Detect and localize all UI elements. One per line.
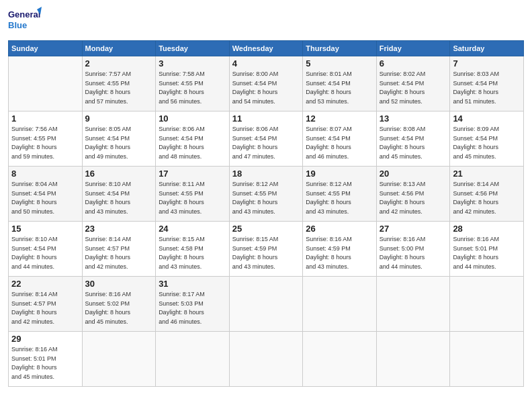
day-info: Sunrise: 8:06 AMSunset: 4:54 PMDaylight:…	[232, 125, 300, 161]
day-number: 20	[380, 169, 447, 179]
weekday-header: Wednesday	[229, 41, 303, 56]
day-info: Sunrise: 8:11 AMSunset: 4:55 PMDaylight:…	[159, 180, 226, 216]
calendar-week-row: 2Sunrise: 7:57 AMSunset: 4:55 PMDaylight…	[9, 56, 524, 111]
header: General Blue	[8, 7, 524, 35]
calendar-cell	[376, 277, 450, 332]
calendar-cell	[450, 332, 524, 387]
calendar-cell: 25Sunrise: 8:15 AMSunset: 4:59 PMDayligh…	[229, 222, 303, 277]
day-info: Sunrise: 8:13 AMSunset: 4:56 PMDaylight:…	[380, 180, 447, 216]
day-number: 12	[306, 113, 373, 124]
calendar-cell: 14Sunrise: 8:09 AMSunset: 4:54 PMDayligh…	[450, 111, 524, 167]
day-number: 30	[85, 279, 153, 289]
day-info: Sunrise: 8:14 AMSunset: 4:56 PMDaylight:…	[453, 180, 521, 216]
calendar-week-row: 8Sunrise: 8:04 AMSunset: 4:54 PMDaylight…	[9, 167, 524, 222]
day-info: Sunrise: 8:15 AMSunset: 4:59 PMDaylight:…	[232, 235, 300, 271]
calendar-cell: 20Sunrise: 8:13 AMSunset: 4:56 PMDayligh…	[376, 167, 450, 222]
calendar-cell: 30Sunrise: 8:16 AMSunset: 5:02 PMDayligh…	[82, 277, 156, 332]
day-number: 4	[232, 58, 300, 68]
weekday-header: Sunday	[9, 41, 83, 56]
logo: General Blue	[8, 7, 42, 35]
svg-text:Blue: Blue	[8, 20, 27, 30]
day-info: Sunrise: 8:05 AMSunset: 4:54 PMDaylight:…	[85, 125, 153, 161]
day-number: 16	[85, 169, 153, 179]
day-info: Sunrise: 8:04 AMSunset: 4:54 PMDaylight:…	[11, 180, 79, 216]
day-info: Sunrise: 8:00 AMSunset: 4:54 PMDaylight:…	[232, 70, 300, 106]
day-number: 17	[159, 169, 226, 179]
day-number: 31	[159, 279, 226, 289]
calendar-cell: 10Sunrise: 8:06 AMSunset: 4:54 PMDayligh…	[156, 111, 230, 167]
calendar-cell: 28Sunrise: 8:16 AMSunset: 5:01 PMDayligh…	[450, 222, 524, 277]
weekday-header: Saturday	[450, 41, 524, 56]
day-info: Sunrise: 8:12 AMSunset: 4:55 PMDaylight:…	[232, 180, 300, 216]
day-info: Sunrise: 8:03 AMSunset: 4:54 PMDaylight:…	[453, 70, 521, 106]
day-number: 19	[306, 169, 373, 179]
calendar-table: SundayMondayTuesdayWednesdayThursdayFrid…	[8, 40, 524, 387]
calendar-cell: 4Sunrise: 8:00 AMSunset: 4:54 PMDaylight…	[229, 56, 303, 111]
day-info: Sunrise: 8:14 AMSunset: 4:57 PMDaylight:…	[11, 290, 79, 326]
calendar-cell: 16Sunrise: 8:10 AMSunset: 4:54 PMDayligh…	[82, 167, 156, 222]
day-number: 8	[11, 169, 79, 179]
day-number: 9	[85, 113, 153, 124]
calendar-cell: 31Sunrise: 8:17 AMSunset: 5:03 PMDayligh…	[156, 277, 230, 332]
calendar-cell: 17Sunrise: 8:11 AMSunset: 4:55 PMDayligh…	[156, 167, 230, 222]
day-info: Sunrise: 8:07 AMSunset: 4:54 PMDaylight:…	[306, 125, 373, 161]
day-number: 1	[11, 113, 79, 124]
day-number: 14	[453, 113, 521, 124]
calendar-cell	[156, 332, 230, 387]
calendar-cell	[303, 277, 377, 332]
day-number: 13	[380, 113, 447, 124]
calendar-cell: 21Sunrise: 8:14 AMSunset: 4:56 PMDayligh…	[450, 167, 524, 222]
calendar-cell: 9Sunrise: 8:05 AMSunset: 4:54 PMDaylight…	[82, 111, 156, 167]
day-info: Sunrise: 8:02 AMSunset: 4:54 PMDaylight:…	[380, 70, 447, 106]
calendar-cell	[9, 56, 83, 111]
day-info: Sunrise: 8:16 AMSunset: 5:02 PMDaylight:…	[85, 290, 153, 326]
day-info: Sunrise: 8:09 AMSunset: 4:54 PMDaylight:…	[453, 125, 521, 161]
day-number: 5	[306, 58, 373, 68]
calendar-cell	[229, 277, 303, 332]
day-number: 26	[306, 224, 373, 234]
day-info: Sunrise: 8:16 AMSunset: 5:00 PMDaylight:…	[380, 235, 447, 271]
calendar-cell	[229, 332, 303, 387]
calendar-cell: 5Sunrise: 8:01 AMSunset: 4:54 PMDaylight…	[303, 56, 377, 111]
day-number: 25	[232, 224, 300, 234]
page-container: General Blue SundayMondayTuesdayWednesda…	[0, 0, 532, 394]
day-info: Sunrise: 8:08 AMSunset: 4:54 PMDaylight:…	[380, 125, 447, 161]
calendar-cell: 23Sunrise: 8:14 AMSunset: 4:57 PMDayligh…	[82, 222, 156, 277]
day-info: Sunrise: 8:16 AMSunset: 5:01 PMDaylight:…	[453, 235, 521, 271]
calendar-body: 2Sunrise: 7:57 AMSunset: 4:55 PMDaylight…	[9, 56, 524, 387]
calendar-cell: 1Sunrise: 7:56 AMSunset: 4:55 PMDaylight…	[9, 111, 83, 167]
day-number: 27	[380, 224, 447, 234]
day-info: Sunrise: 8:14 AMSunset: 4:57 PMDaylight:…	[85, 235, 153, 271]
day-info: Sunrise: 8:10 AMSunset: 4:54 PMDaylight:…	[11, 235, 79, 271]
calendar-cell: 6Sunrise: 8:02 AMSunset: 4:54 PMDaylight…	[376, 56, 450, 111]
day-number: 7	[453, 58, 521, 68]
svg-text:General: General	[8, 9, 40, 19]
calendar-week-row: 1Sunrise: 7:56 AMSunset: 4:55 PMDaylight…	[9, 111, 524, 167]
calendar-cell	[450, 277, 524, 332]
calendar-cell: 19Sunrise: 8:12 AMSunset: 4:55 PMDayligh…	[303, 167, 377, 222]
day-number: 21	[453, 169, 521, 179]
day-number: 28	[453, 224, 521, 234]
calendar-cell: 15Sunrise: 8:10 AMSunset: 4:54 PMDayligh…	[9, 222, 83, 277]
calendar-cell: 18Sunrise: 8:12 AMSunset: 4:55 PMDayligh…	[229, 167, 303, 222]
day-info: Sunrise: 7:58 AMSunset: 4:55 PMDaylight:…	[159, 70, 226, 106]
day-number: 6	[380, 58, 447, 68]
calendar-cell: 26Sunrise: 8:16 AMSunset: 4:59 PMDayligh…	[303, 222, 377, 277]
calendar-cell: 12Sunrise: 8:07 AMSunset: 4:54 PMDayligh…	[303, 111, 377, 167]
day-number: 29	[11, 334, 79, 344]
calendar-cell	[82, 332, 156, 387]
day-number: 10	[159, 113, 226, 124]
day-info: Sunrise: 8:12 AMSunset: 4:55 PMDaylight:…	[306, 180, 373, 216]
day-info: Sunrise: 8:01 AMSunset: 4:54 PMDaylight:…	[306, 70, 373, 106]
calendar-cell: 8Sunrise: 8:04 AMSunset: 4:54 PMDaylight…	[9, 167, 83, 222]
day-info: Sunrise: 8:15 AMSunset: 4:58 PMDaylight:…	[159, 235, 226, 271]
calendar-cell: 27Sunrise: 8:16 AMSunset: 5:00 PMDayligh…	[376, 222, 450, 277]
logo-svg: General Blue	[8, 7, 42, 35]
weekday-header: Thursday	[303, 41, 377, 56]
day-info: Sunrise: 8:06 AMSunset: 4:54 PMDaylight:…	[159, 125, 226, 161]
calendar-week-row: 29Sunrise: 8:16 AMSunset: 5:01 PMDayligh…	[9, 332, 524, 387]
day-number: 24	[159, 224, 226, 234]
weekday-header: Tuesday	[156, 41, 230, 56]
day-number: 22	[11, 279, 79, 289]
calendar-week-row: 22Sunrise: 8:14 AMSunset: 4:57 PMDayligh…	[9, 277, 524, 332]
